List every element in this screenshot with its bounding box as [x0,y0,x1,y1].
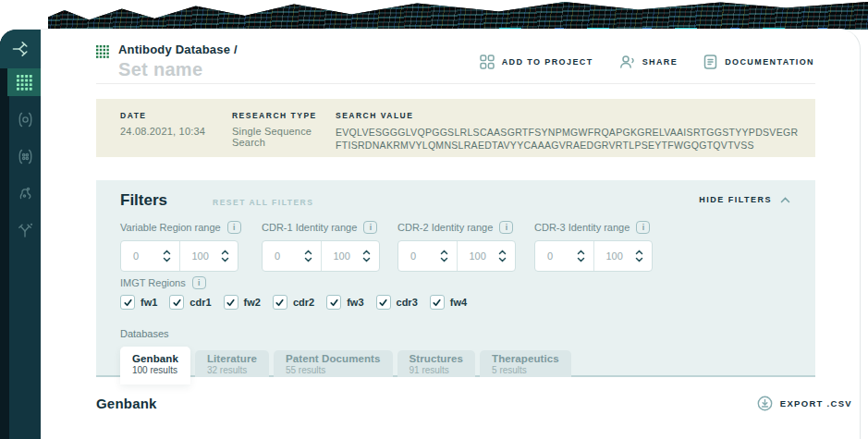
grid-icon [17,75,32,91]
imgt-regions-row: fw1 cdr1 fw2 cdr2 fw3 [120,295,467,310]
filter-group-cdr3: CDR-3 Identity rangei 0 100 [534,221,653,272]
add-to-project-icon [480,55,495,69]
stepper-arrows-icon [498,250,507,262]
share-icon [619,55,635,69]
app-window: Antibody Database / Set name ADD TO PROJ… [0,0,868,439]
export-csv-button[interactable]: EXPORT .CSV [757,396,852,411]
filter-group-cdr1: CDR-1 Identity rangei 0 100 [262,221,380,272]
info-icon[interactable]: i [636,221,650,234]
info-icon[interactable]: i [192,276,206,289]
tab-therapeutics[interactable]: Therapeutics 5 results [480,350,571,377]
filter-label: Variable Region range [120,222,221,233]
filter-label: CDR-3 Identity range [534,222,630,233]
checkmark-icon [226,298,236,308]
filter-group-cdr2: CDR-2 Identity rangei 0 100 [397,221,516,272]
database-grid-icon [96,45,109,80]
imgt-regions-label: IMGT Regionsi [120,276,206,289]
range-max-input[interactable]: 100 [179,241,238,271]
checkmark-icon [432,298,442,308]
stepper-arrows-icon [362,250,371,262]
checkmark-icon [172,298,182,308]
search-value-label: SEARCH VALUE [336,111,802,120]
tab-patent-documents[interactable]: Patent Documents 55 results [274,350,393,377]
stepper-arrows-icon [440,250,448,262]
filter-label: CDR-2 Identity range [397,222,493,233]
range-min-input[interactable]: 0 [398,241,457,271]
structure-icon [17,185,34,202]
hide-filters-button[interactable]: HIDE FILTERS [699,195,790,204]
stepper-arrows-icon [577,250,585,262]
databases-label: Databases [120,328,169,339]
research-type-label: RESEARCH TYPE [232,111,336,120]
glitch-noise-band [48,2,868,30]
info-icon[interactable]: i [227,221,241,234]
add-to-project-button[interactable]: ADD TO PROJECT [480,55,593,69]
checkbox-cdr1[interactable]: cdr1 [169,295,211,310]
checkbox-cdr2[interactable]: cdr2 [273,295,314,310]
download-icon [757,396,773,411]
date-value: 24.08.2021, 10:34 [120,126,232,137]
share-button[interactable]: SHARE [619,55,679,69]
range-min-input[interactable]: 0 [263,241,321,271]
info-icon[interactable]: i [499,221,513,234]
results-section-title: Genbank [96,396,157,411]
range-max-input[interactable]: 100 [457,241,516,271]
stepper-arrows-icon [304,250,312,262]
checkbox-fw4[interactable]: fw4 [430,295,467,310]
checkbox-fw1[interactable]: fw1 [120,295,157,310]
tab-structures[interactable]: Structures 91 results [397,350,476,377]
antibody-y-icon [17,222,34,239]
reset-all-filters-button[interactable]: RESET ALL FILTERS [213,198,313,207]
checkbox-fw2[interactable]: fw2 [224,295,261,310]
checkmark-icon [275,298,285,308]
range-max-input[interactable]: 100 [321,241,380,271]
search-summary-bar: DATE 24.08.2021, 10:34 RESEARCH TYPE Sin… [96,99,815,157]
stepper-arrows-icon [635,250,643,262]
cluster-dots-icon [17,148,34,165]
database-tabs: Genbank 100 results Literature 32 result… [120,347,571,384]
stepper-arrows-icon [163,250,171,262]
range-min-input[interactable]: 0 [535,241,593,271]
filter-group-variable-region: Variable Region rangei 0 100 [120,221,241,272]
page-title[interactable]: Antibody Database / [118,43,238,56]
info-icon[interactable]: i [363,221,377,234]
header-divider [96,83,815,84]
stepper-arrows-icon [221,250,229,262]
checkmark-icon [329,298,339,308]
sidebar-item-structures[interactable] [9,175,41,212]
sidebar-item-logo[interactable] [0,30,41,68]
antibody-logo-icon [11,40,30,58]
documentation-button[interactable]: DOCUMENTATION [703,55,814,69]
sidebar-item-antibody-database[interactable] [7,68,41,96]
sidebar-item-scan[interactable] [9,101,41,138]
set-name-label: Set name [118,59,238,80]
range-min-input[interactable]: 0 [121,241,179,271]
research-type-value: Single Sequence Search [232,126,336,148]
date-label: DATE [120,111,232,120]
tab-genbank[interactable]: Genbank 100 results [120,347,190,384]
checkmark-icon [123,298,133,308]
scan-circle-icon [17,111,34,128]
documentation-icon [703,55,717,69]
sidebar-item-clusters[interactable] [9,138,41,175]
checkbox-cdr3[interactable]: cdr3 [376,295,418,310]
range-max-input[interactable]: 100 [593,241,653,271]
header-actions: ADD TO PROJECT SHARE [480,55,814,69]
breadcrumb: Antibody Database / Set name [96,43,238,80]
sidebar-item-antibody[interactable] [9,212,41,249]
search-value-sequence: EVQLVESGGGLVQPGGSLRLSCAASGRTFSYNPMGWFRQA… [336,126,802,152]
chevron-up-icon [780,197,790,203]
filter-label: CDR-1 Identity range [262,222,357,233]
checkmark-icon [378,298,388,308]
filters-title: Filters [120,191,167,210]
filters-panel: Filters RESET ALL FILTERS HIDE FILTERS V… [96,180,815,377]
checkbox-fw3[interactable]: fw3 [326,295,363,310]
sidebar [0,30,41,439]
main-card: Antibody Database / Set name ADD TO PROJ… [0,29,861,439]
tab-literature[interactable]: Literature 32 results [195,350,269,377]
